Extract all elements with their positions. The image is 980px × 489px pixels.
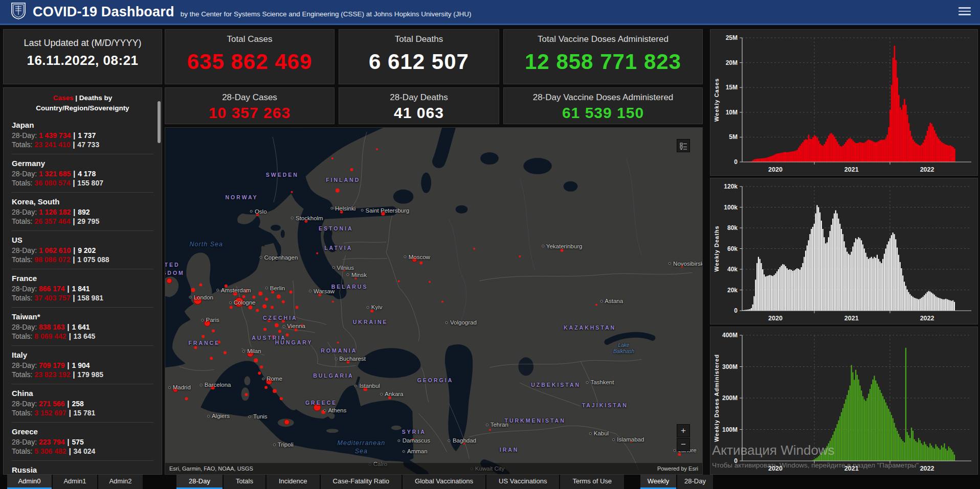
tab-admin2[interactable]: Admin2 [98, 475, 143, 489]
day-deaths-card: 28-Day Deaths 41 063 [339, 87, 499, 124]
covid-dashboard: COVID-19 Dashboard by the Center for Sys… [0, 0, 980, 489]
country-list-header: Cases | Deaths by Country/Region/Soverei… [12, 88, 153, 113]
svg-text:20k: 20k [727, 287, 738, 294]
country-row[interactable]: Japan28-Day: 1 439 734|1 737Totals: 23 2… [12, 116, 153, 154]
day-vaccine-card: 28-Day Vaccine Doses Administered 61 539… [503, 87, 703, 124]
country-row[interactable]: China28-Day: 271 566|258Totals: 3 152 69… [12, 384, 153, 423]
total-vaccine-label: Total Vaccine Doses Administered [504, 30, 702, 44]
svg-text:2020: 2020 [768, 166, 783, 173]
svg-text:20M: 20M [726, 59, 738, 66]
svg-text:5M: 5M [729, 133, 738, 141]
legend-icon[interactable] [677, 139, 690, 152]
svg-text:Weekly Doses Administered: Weekly Doses Administered [714, 354, 720, 442]
menu-icon[interactable] [959, 7, 971, 16]
country-row[interactable]: Italy28-Day: 709 179|1 904Totals: 23 823… [12, 346, 153, 384]
zoom-out-button[interactable]: − [677, 438, 690, 451]
page-title: COVID-19 Dashboard [33, 4, 174, 20]
svg-text:10M: 10M [726, 109, 738, 116]
day-cases-card: 28-Day Cases 10 357 263 [165, 87, 335, 124]
svg-text:100k: 100k [724, 204, 738, 211]
admin-tabs: Admin0Admin1Admin2 [7, 475, 144, 489]
total-vaccine-card: Total Vaccine Doses Administered 12 858 … [503, 29, 703, 84]
country-list-card: Cases | Deaths by Country/Region/Soverei… [3, 87, 162, 475]
svg-text:15M: 15M [726, 84, 738, 91]
day-deaths-value: 41 063 [339, 104, 499, 122]
total-deaths-value: 6 612 507 [339, 50, 499, 74]
last-updated-label: Last Updated at (M/D/YYYY) [4, 38, 162, 49]
day-vaccine-label: 28-Day Vaccine Doses Administered [504, 88, 702, 103]
tab-global-vaccinations[interactable]: Global Vaccinations [403, 475, 485, 489]
tab-admin1[interactable]: Admin1 [53, 475, 97, 489]
svg-text:120k: 120k [724, 183, 738, 190]
tab-totals[interactable]: Totals [224, 475, 265, 489]
day-cases-value: 10 357 263 [165, 104, 334, 122]
svg-text:100M: 100M [722, 426, 738, 433]
weekly-cases-chart: 05M10M15M20M25M202020212022Weekly Cases [710, 29, 978, 176]
tab-case-fatality-ratio[interactable]: Case-Fatality Ratio [321, 475, 402, 489]
day-vaccine-value: 61 539 150 [504, 104, 702, 122]
last-updated-value: 16.11.2022, 08:21 [4, 53, 162, 68]
metric-tabs: 28-DayTotalsIncidenceCase-Fatality Ratio… [176, 475, 625, 489]
svg-text:2021: 2021 [844, 465, 859, 472]
total-cases-value: 635 862 469 [165, 50, 334, 74]
map-geometry [165, 128, 702, 474]
svg-text:2022: 2022 [920, 465, 934, 472]
svg-text:300M: 300M [722, 363, 738, 370]
svg-text:2021: 2021 [844, 315, 859, 322]
map-attribution: Esri, Garmin, FAO, NOAA, USGS Powered by… [165, 463, 702, 474]
weekly-doses-chart: 0100M200M300M400M202020212022Weekly Dose… [710, 327, 978, 475]
svg-text:Weekly Cases: Weekly Cases [714, 78, 720, 122]
jhu-logo-icon [11, 3, 26, 21]
total-vaccine-value: 12 858 771 823 [504, 50, 702, 74]
svg-text:200M: 200M [722, 394, 738, 402]
country-row[interactable]: Taiwan*28-Day: 838 163|1 641Totals: 8 06… [12, 308, 153, 346]
svg-text:60k: 60k [727, 245, 738, 252]
total-deaths-card: Total Deaths 6 612 507 [339, 29, 499, 84]
tab-terms-of-use[interactable]: Terms of Use [560, 475, 624, 489]
app-header: COVID-19 Dashboard by the Center for Sys… [0, 0, 980, 25]
svg-text:80k: 80k [727, 224, 738, 231]
weekly-deaths-chart: 020k40k60k80k100k120k202020212022Weekly … [710, 178, 978, 324]
country-row[interactable]: Korea, South28-Day: 1 126 182|892Totals:… [12, 193, 153, 231]
total-cases-card: Total Cases 635 862 469 [165, 29, 335, 84]
tab-28-day[interactable]: 28-Day [677, 475, 713, 489]
world-map[interactable]: SWEDENNORWAYFINLANDESTONIALATVIABELARUSU… [165, 127, 703, 475]
country-row[interactable]: France28-Day: 866 174|1 841Totals: 37 40… [12, 269, 153, 308]
country-row[interactable]: Germany28-Day: 1 321 685|4 178Totals: 36… [12, 154, 153, 193]
svg-text:2022: 2022 [920, 166, 934, 173]
country-list-scrollbar[interactable] [158, 101, 161, 143]
country-row[interactable]: Greece28-Day: 223 794|575Totals: 5 306 4… [12, 423, 153, 461]
chart-period-tabs: Weekly28-Day [640, 475, 714, 489]
total-deaths-label: Total Deaths [339, 30, 499, 44]
page-subtitle: by the Center for Systems Science and En… [181, 10, 472, 18]
svg-text:400M: 400M [722, 332, 738, 339]
svg-text:Weekly Deaths: Weekly Deaths [714, 225, 720, 271]
country-row[interactable]: Russia28-Day: 187 760|2 061Totals: 21 20… [12, 461, 153, 475]
tab-admin0[interactable]: Admin0 [7, 475, 52, 489]
tab-weekly[interactable]: Weekly [640, 475, 676, 489]
country-row[interactable]: US28-Day: 1 062 610|9 202Totals: 98 086 … [12, 231, 153, 269]
zoom-in-button[interactable]: + [677, 424, 690, 437]
tab-us-vaccinations[interactable]: US Vaccinations [486, 475, 559, 489]
svg-text:40k: 40k [727, 266, 738, 273]
svg-text:0: 0 [734, 307, 738, 314]
attribution-sources: Esri, Garmin, FAO, NOAA, USGS [169, 465, 253, 472]
svg-text:2022: 2022 [920, 315, 934, 322]
attribution-esri[interactable]: Powered by Esri [657, 465, 698, 472]
svg-text:25M: 25M [726, 34, 738, 41]
bottom-tab-bar: Admin0Admin1Admin2 28-DayTotalsIncidence… [0, 475, 980, 489]
svg-text:0: 0 [734, 158, 738, 166]
svg-text:0: 0 [734, 457, 738, 464]
svg-text:2021: 2021 [844, 166, 859, 173]
tab-incidence[interactable]: Incidence [266, 475, 320, 489]
day-cases-label: 28-Day Cases [165, 88, 334, 103]
last-updated-card: Last Updated at (M/D/YYYY) 16.11.2022, 0… [3, 29, 162, 84]
country-list: Japan28-Day: 1 439 734|1 737Totals: 23 2… [12, 116, 153, 475]
svg-text:2020: 2020 [768, 315, 783, 322]
tab-28-day[interactable]: 28-Day [176, 475, 222, 489]
total-cases-label: Total Cases [165, 30, 334, 44]
svg-text:2020: 2020 [768, 465, 783, 472]
day-deaths-label: 28-Day Deaths [339, 88, 499, 103]
